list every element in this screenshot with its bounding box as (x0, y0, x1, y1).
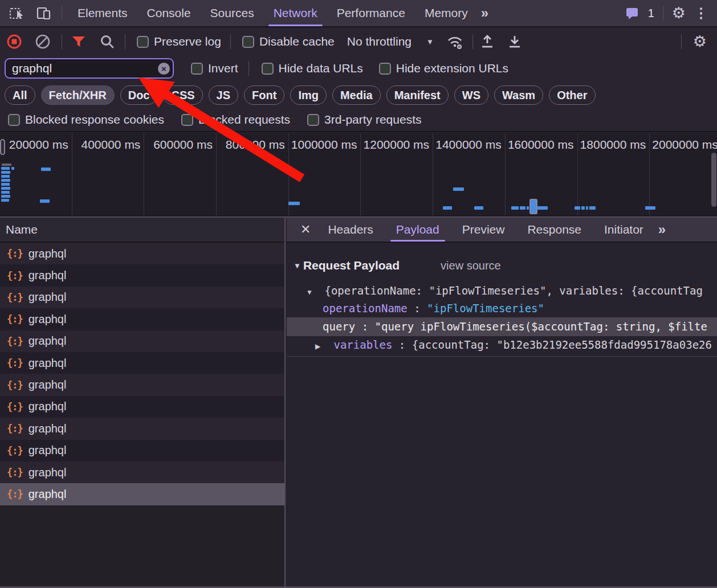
network-bar (453, 187, 464, 191)
hide-data-urls-checkbox[interactable] (262, 63, 274, 75)
record-button[interactable] (5, 32, 24, 51)
timeline-tick: 400000 ms (72, 133, 145, 215)
overview-left-grip[interactable] (0, 139, 5, 155)
network-bar (531, 200, 536, 213)
payload-line[interactable]: ▶ variables : {accountTag: "b12e3b2192ee… (287, 336, 717, 354)
filter-row: × Invert Hide data URLs Hide extension U… (0, 55, 717, 82)
blocked-response-cookies-checkbox[interactable] (8, 114, 20, 126)
network-bar (1, 183, 10, 186)
expand-icon[interactable]: ▶ (315, 338, 324, 354)
request-row[interactable]: {:} graphql (0, 483, 284, 505)
inspect-element-button[interactable] (7, 3, 26, 23)
network-toolbar: Preserve log Disable cache No throttling… (0, 28, 717, 55)
json-icon: {:} (7, 423, 23, 434)
network-conditions-button[interactable] (445, 32, 465, 51)
more-tabs-icon[interactable]: » (481, 5, 487, 21)
filter-chip[interactable]: Font (244, 85, 284, 105)
blocked-requests-checkbox[interactable] (181, 114, 193, 126)
main-tab[interactable]: Performance (327, 0, 415, 26)
filter-chip[interactable]: Img (290, 85, 327, 105)
network-main-area: Name {:} graphql {:} graphql {:} (0, 217, 717, 588)
hide-extension-urls-checkbox[interactable] (379, 63, 391, 75)
divider (663, 6, 663, 21)
network-bar (1, 167, 10, 170)
payload-line[interactable]: operationName : "ipFlowTimeseries" (287, 300, 717, 317)
filter-chip[interactable]: All (5, 85, 35, 105)
expand-icon[interactable]: ▼ (306, 284, 315, 300)
settings-icon[interactable]: ⚙ (672, 6, 686, 21)
close-icon[interactable]: ✕ (300, 222, 311, 237)
filter-chip[interactable]: Media (332, 85, 381, 105)
request-row[interactable]: {:} graphql (0, 396, 284, 418)
export-har-button[interactable] (505, 32, 524, 51)
detail-tab[interactable]: Initiator (593, 218, 655, 242)
invert-checkbox[interactable] (191, 63, 203, 75)
circle-slash-icon (35, 34, 51, 50)
detail-tab[interactable]: Preview (451, 218, 516, 242)
request-row[interactable]: {:} graphql (0, 462, 284, 483)
network-bar (1, 175, 10, 178)
request-row[interactable]: {:} graphql (0, 352, 284, 374)
detail-tab[interactable]: Headers (316, 218, 384, 242)
payload-tree: ▼ {operationName: "ipFlowTimeseries", va… (287, 282, 717, 354)
disable-cache-checkbox[interactable] (242, 36, 254, 48)
import-har-button[interactable] (478, 32, 497, 51)
overview-scrollbar[interactable] (711, 153, 716, 207)
preserve-log-label: Preserve log (154, 35, 221, 48)
request-name: graphql (28, 466, 67, 479)
request-row[interactable]: {:} graphql (0, 308, 284, 330)
upload-icon (479, 34, 495, 50)
filter-chip[interactable]: Manifest (386, 85, 449, 105)
more-detail-tabs-icon[interactable]: » (658, 222, 665, 238)
third-party-requests-checkbox[interactable] (307, 114, 319, 126)
clear-network-log-button[interactable] (33, 32, 52, 51)
detail-tab[interactable]: Payload (385, 218, 451, 242)
network-overview-timeline[interactable]: 200000 ms 400000 ms 600000 ms 800000 ms … (0, 133, 717, 216)
request-row[interactable]: {:} graphql (0, 418, 284, 439)
timeline-tick: 1800000 ms (578, 133, 650, 215)
timeline-tick: 200000 ms (0, 133, 72, 215)
filter-chip[interactable]: Other (549, 85, 595, 105)
main-tab[interactable]: Elements (68, 0, 137, 26)
payload-line[interactable]: ▼ {operationName: "ipFlowTimeseries", va… (287, 282, 717, 300)
filter-chip[interactable]: Doc (120, 85, 158, 105)
more-menu-icon[interactable]: ⋮ (694, 5, 708, 21)
collapse-icon[interactable]: ▼ (294, 262, 301, 270)
main-tab[interactable]: Network (264, 0, 327, 26)
request-row[interactable]: {:} graphql (0, 243, 284, 264)
request-row[interactable]: {:} graphql (0, 264, 284, 286)
main-tab[interactable]: Memory (415, 0, 478, 26)
divider (125, 34, 125, 49)
name-column-header[interactable]: Name (0, 218, 284, 243)
filter-button[interactable] (69, 32, 88, 51)
filter-chip[interactable]: JS (209, 85, 238, 105)
request-row[interactable]: {:} graphql (0, 374, 284, 395)
funnel-icon (71, 35, 86, 48)
filter-chip[interactable]: Wasm (494, 85, 543, 105)
requests-panel: Name {:} graphql {:} graphql {:} (0, 218, 286, 588)
main-tab[interactable]: Console (137, 0, 201, 26)
view-source-link[interactable]: view source (441, 259, 501, 272)
disable-cache-label: Disable cache (259, 35, 335, 48)
search-button[interactable] (97, 32, 117, 51)
request-row[interactable]: {:} graphql (0, 287, 284, 308)
hide-data-urls-label: Hide data URLs (279, 62, 363, 75)
filter-chip[interactable]: WS (454, 85, 488, 105)
payload-line[interactable]: query : "query ipFlowTimeseries($account… (287, 317, 717, 336)
detail-tab[interactable]: Response (516, 218, 593, 242)
json-icon: {:} (7, 270, 23, 281)
throttling-select[interactable]: No throttling ▼ (347, 35, 434, 48)
filter-input[interactable] (5, 58, 174, 79)
preserve-log-checkbox[interactable] (137, 36, 149, 48)
filter-chip[interactable]: CSS (163, 85, 202, 105)
clear-filter-button[interactable]: × (158, 63, 170, 75)
json-icon: {:} (7, 401, 23, 413)
main-tab[interactable]: Sources (201, 0, 264, 26)
network-settings-icon[interactable]: ⚙ (693, 34, 707, 50)
request-row[interactable]: {:} graphql (0, 440, 284, 462)
filter-chip[interactable]: Fetch/XHR (41, 85, 115, 105)
request-row[interactable]: {:} graphql (0, 330, 284, 352)
issues-button[interactable] (625, 3, 639, 23)
timeline-tick: 1200000 ms (361, 133, 433, 215)
device-toolbar-button[interactable] (34, 3, 54, 23)
